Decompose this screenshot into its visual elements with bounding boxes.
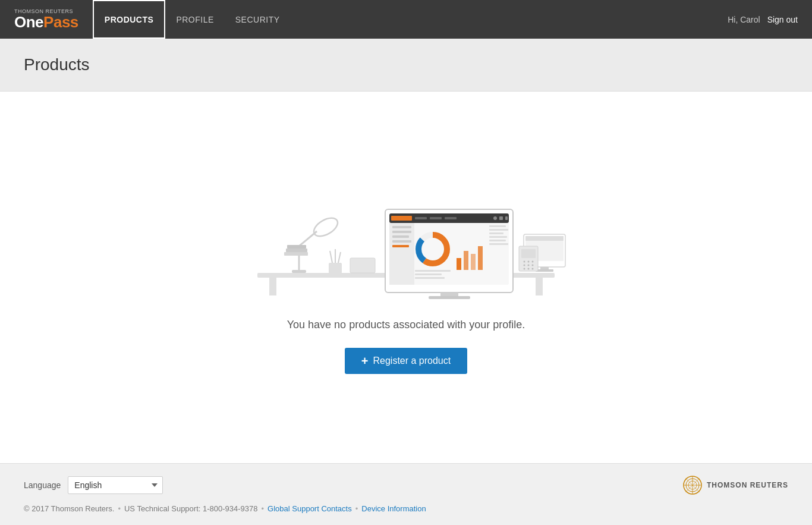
header: THOMSON REUTERS OnePass PRODUCTS PROFILE… bbox=[0, 0, 812, 39]
svg-rect-36 bbox=[457, 258, 461, 270]
svg-rect-1 bbox=[269, 278, 276, 295]
tr-logo-text: THOMSON REUTERS bbox=[707, 481, 788, 489]
svg-point-61 bbox=[532, 265, 534, 266]
svg-point-58 bbox=[532, 261, 534, 263]
svg-rect-31 bbox=[392, 240, 411, 243]
svg-rect-43 bbox=[489, 225, 506, 227]
language-label: Language bbox=[24, 480, 61, 490]
svg-point-56 bbox=[524, 261, 525, 263]
svg-rect-2 bbox=[536, 278, 543, 295]
svg-rect-48 bbox=[489, 243, 508, 245]
register-product-button[interactable]: + Register a product bbox=[345, 348, 467, 374]
page-title: Products bbox=[24, 55, 788, 74]
svg-line-11 bbox=[330, 251, 332, 263]
nav-products[interactable]: PRODUCTS bbox=[93, 0, 166, 39]
svg-point-63 bbox=[528, 268, 530, 270]
header-left: THOMSON REUTERS OnePass PRODUCTS PROFILE… bbox=[14, 0, 291, 39]
svg-rect-46 bbox=[489, 236, 507, 238]
nav-security[interactable]: SECURITY bbox=[225, 0, 291, 39]
svg-point-60 bbox=[528, 265, 530, 266]
svg-rect-45 bbox=[489, 232, 503, 234]
svg-rect-39 bbox=[478, 246, 483, 270]
svg-rect-40 bbox=[415, 270, 451, 272]
svg-rect-9 bbox=[287, 245, 306, 249]
svg-rect-26 bbox=[505, 216, 508, 220]
empty-state-illustration bbox=[240, 181, 572, 300]
svg-rect-14 bbox=[350, 258, 375, 273]
svg-rect-47 bbox=[489, 240, 506, 241]
svg-rect-18 bbox=[429, 296, 470, 299]
sign-out-button[interactable]: Sign out bbox=[767, 15, 798, 24]
footer-top: Language English Français Español Deutsc… bbox=[24, 476, 788, 495]
svg-point-57 bbox=[528, 261, 530, 263]
svg-rect-22 bbox=[430, 217, 442, 219]
language-select[interactable]: English Français Español Deutsch bbox=[68, 476, 163, 494]
svg-rect-29 bbox=[392, 231, 411, 233]
svg-point-5 bbox=[311, 215, 341, 240]
page-title-area: Products bbox=[0, 39, 812, 92]
svg-rect-55 bbox=[521, 249, 536, 258]
separator-1: • bbox=[118, 504, 121, 513]
header-right: Hi, Carol Sign out bbox=[728, 15, 798, 24]
separator-3: • bbox=[355, 504, 358, 513]
svg-rect-8 bbox=[286, 249, 307, 252]
svg-rect-41 bbox=[415, 273, 442, 275]
svg-rect-42 bbox=[415, 277, 445, 279]
logo[interactable]: THOMSON REUTERS OnePass bbox=[14, 9, 78, 30]
empty-state-message: You have no products associated with you… bbox=[287, 319, 525, 331]
main-content: You have no products associated with you… bbox=[0, 92, 812, 463]
global-support-link[interactable]: Global Support Contacts bbox=[267, 504, 352, 513]
svg-rect-20 bbox=[391, 216, 412, 221]
language-section: Language English Français Español Deutsc… bbox=[24, 476, 163, 494]
svg-rect-30 bbox=[392, 235, 409, 238]
logo-one: One bbox=[14, 13, 43, 31]
svg-rect-25 bbox=[499, 216, 503, 220]
logo-pass: Pass bbox=[43, 13, 78, 31]
svg-rect-38 bbox=[471, 254, 476, 270]
svg-rect-32 bbox=[392, 245, 409, 247]
svg-point-64 bbox=[532, 268, 534, 270]
svg-rect-37 bbox=[464, 251, 468, 270]
svg-line-13 bbox=[338, 252, 341, 263]
copyright: © 2017 Thomson Reuters. bbox=[24, 504, 114, 513]
support-text: US Technical Support: 1-800-934-9378 bbox=[124, 504, 258, 513]
svg-rect-23 bbox=[445, 217, 457, 219]
svg-point-62 bbox=[524, 268, 525, 270]
separator-2: • bbox=[262, 504, 265, 513]
footer-bottom: © 2017 Thomson Reuters. • US Technical S… bbox=[24, 504, 788, 513]
logo-onepass: OnePass bbox=[14, 14, 78, 30]
main-nav: PRODUCTS PROFILE SECURITY bbox=[93, 0, 291, 39]
footer: Language English Français Español Deutsc… bbox=[0, 463, 812, 525]
plus-icon: + bbox=[361, 355, 369, 367]
svg-rect-28 bbox=[392, 226, 411, 228]
device-info-link[interactable]: Device Information bbox=[361, 504, 426, 513]
svg-rect-7 bbox=[284, 252, 308, 256]
tr-circle-icon bbox=[683, 476, 702, 495]
desk-svg bbox=[240, 181, 572, 300]
register-product-label: Register a product bbox=[373, 356, 451, 366]
svg-point-59 bbox=[524, 265, 525, 266]
svg-rect-21 bbox=[415, 217, 427, 219]
svg-rect-44 bbox=[489, 229, 508, 231]
svg-rect-10 bbox=[329, 263, 342, 273]
greeting: Hi, Carol bbox=[728, 15, 760, 24]
svg-point-24 bbox=[493, 216, 497, 220]
nav-profile[interactable]: PROFILE bbox=[165, 0, 224, 39]
svg-rect-51 bbox=[525, 236, 564, 241]
svg-rect-6 bbox=[292, 270, 306, 273]
tr-footer-logo: THOMSON REUTERS bbox=[683, 476, 788, 495]
